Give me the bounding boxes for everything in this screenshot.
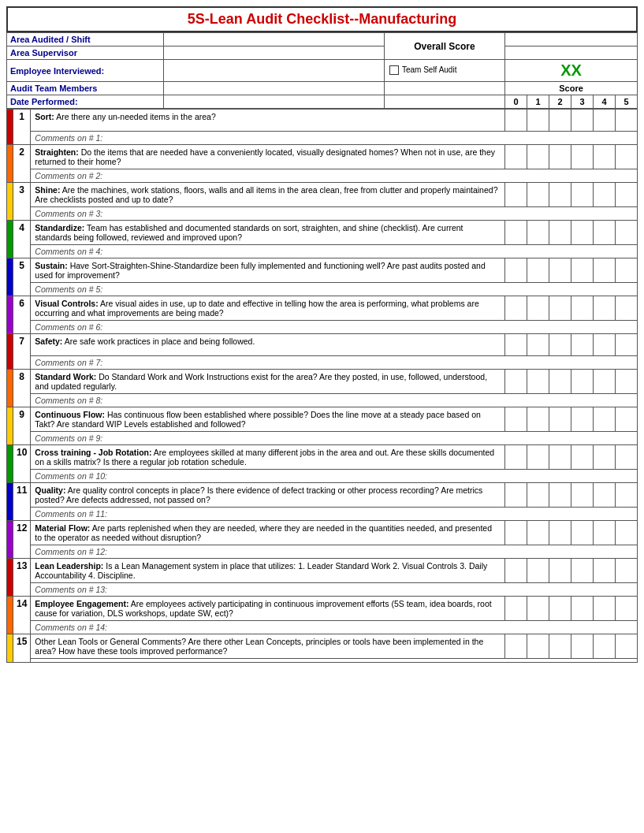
score-input-1[interactable] [527,183,549,207]
score-input-1[interactable] [527,221,549,245]
item-text: Standardize: Team has established and do… [31,221,505,245]
score-input-0[interactable] [505,145,527,169]
score-input-0[interactable] [505,334,527,356]
score-input-3[interactable] [571,521,594,545]
color-indicator [7,370,13,407]
score-input-5[interactable] [616,445,638,470]
score-input-5[interactable] [616,597,638,621]
score-input-1[interactable] [527,483,549,508]
score-input-3[interactable] [571,334,594,356]
score-input-5[interactable] [616,145,638,169]
score-input-1[interactable] [527,559,549,583]
area-audited-value[interactable] [164,33,385,46]
score-input-2[interactable] [549,634,571,659]
score-input-0[interactable] [505,445,527,470]
score-input-2[interactable] [549,296,571,321]
area-supervisor-value[interactable] [164,46,385,60]
item-number: 12 [13,521,31,559]
score-input-4[interactable] [594,559,616,583]
score-input-4[interactable] [594,634,616,659]
score-input-1[interactable] [527,445,549,470]
score-input-2[interactable] [549,183,571,207]
score-input-4[interactable] [594,110,616,132]
score-input-3[interactable] [571,483,594,508]
score-input-4[interactable] [594,334,616,356]
score-input-2[interactable] [549,559,571,583]
audit-team-value[interactable] [164,82,385,95]
score-input-2[interactable] [549,597,571,621]
score-input-4[interactable] [594,483,616,508]
team-audit-checkbox[interactable] [389,65,399,75]
score-input-3[interactable] [571,258,594,283]
score-input-0[interactable] [505,559,527,583]
score-input-1[interactable] [527,634,549,659]
score-input-1[interactable] [527,334,549,356]
score-input-4[interactable] [594,145,616,169]
score-input-3[interactable] [571,597,594,621]
score-input-4[interactable] [594,597,616,621]
score-input-2[interactable] [549,483,571,508]
score-input-1[interactable] [527,370,549,394]
score-input-2[interactable] [549,145,571,169]
score-input-2[interactable] [549,110,571,132]
score-input-3[interactable] [571,407,594,432]
score-input-5[interactable] [616,370,638,394]
score-input-5[interactable] [616,296,638,321]
score-input-5[interactable] [616,110,638,132]
score-input-0[interactable] [505,110,527,132]
score-input-3[interactable] [571,145,594,169]
score-input-2[interactable] [549,370,571,394]
score-input-3[interactable] [571,110,594,132]
score-input-1[interactable] [527,145,549,169]
score-input-0[interactable] [505,370,527,394]
date-performed-value[interactable] [164,95,385,109]
score-input-4[interactable] [594,521,616,545]
score-input-3[interactable] [571,445,594,470]
score-input-2[interactable] [549,258,571,283]
score-input-4[interactable] [594,370,616,394]
score-input-5[interactable] [616,521,638,545]
score-input-0[interactable] [505,597,527,621]
score-input-1[interactable] [527,110,549,132]
score-input-2[interactable] [549,334,571,356]
score-input-1[interactable] [527,407,549,432]
score-input-3[interactable] [571,221,594,245]
score-input-1[interactable] [527,597,549,621]
score-input-3[interactable] [571,559,594,583]
table-row: 7Safety: Are safe work practices in plac… [7,334,638,356]
score-input-4[interactable] [594,296,616,321]
score-input-5[interactable] [616,483,638,508]
score-input-0[interactable] [505,258,527,283]
score-input-3[interactable] [571,634,594,659]
score-input-0[interactable] [505,634,527,659]
score-input-3[interactable] [571,183,594,207]
score-input-1[interactable] [527,296,549,321]
score-input-2[interactable] [549,407,571,432]
score-input-5[interactable] [616,221,638,245]
score-input-5[interactable] [616,334,638,356]
score-input-0[interactable] [505,483,527,508]
score-input-4[interactable] [594,445,616,470]
employee-interviewed-value[interactable] [164,60,385,82]
score-input-5[interactable] [616,258,638,283]
score-input-0[interactable] [505,296,527,321]
score-input-4[interactable] [594,221,616,245]
score-input-2[interactable] [549,521,571,545]
score-input-2[interactable] [549,221,571,245]
score-input-4[interactable] [594,183,616,207]
score-input-3[interactable] [571,370,594,394]
score-input-2[interactable] [549,445,571,470]
score-input-5[interactable] [616,407,638,432]
score-input-0[interactable] [505,183,527,207]
score-input-5[interactable] [616,183,638,207]
score-input-0[interactable] [505,407,527,432]
score-input-4[interactable] [594,258,616,283]
score-input-1[interactable] [527,258,549,283]
score-input-4[interactable] [594,407,616,432]
score-input-0[interactable] [505,221,527,245]
score-input-1[interactable] [527,521,549,545]
score-input-0[interactable] [505,521,527,545]
score-input-3[interactable] [571,296,594,321]
score-input-5[interactable] [616,634,638,659]
score-input-5[interactable] [616,559,638,583]
